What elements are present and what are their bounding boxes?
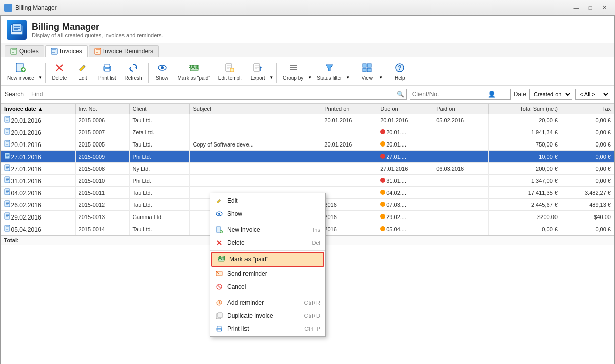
client-input-wrap: 👤 [410,89,511,100]
find-input[interactable] [31,91,397,98]
context-menu-item-send-reminder[interactable]: Send reminder [210,267,325,280]
printed-on: 20.01.2016 [321,114,377,126]
close-button[interactable]: ✕ [598,3,611,13]
status-filter-arrow[interactable]: ▼ [345,62,350,83]
svg-marker-29 [130,66,131,69]
context-menu-item-edit[interactable]: Edit [210,194,325,207]
new-invoice-arrow[interactable]: ▼ [38,62,43,83]
context-menu-item-add-reminder[interactable]: Add reminderCtrl+R [210,296,325,309]
row-icon [4,202,11,209]
tab-reminders[interactable]: Invoice Reminders [89,45,159,57]
new-invoice-button[interactable]: New invoice [4,59,38,83]
client: Tau Ltd. [129,138,190,151]
status-filter-button[interactable]: Status filter [313,59,345,83]
show-button[interactable]: Show [151,59,173,83]
app-title: Billing Manager [32,22,163,32]
view-arrow[interactable]: ▼ [378,62,383,83]
status-dot [380,190,385,195]
maximize-button[interactable]: □ [584,3,597,13]
svg-marker-48 [326,65,333,71]
help-button[interactable]: ? Help [389,59,411,83]
context-menu-item-print-list[interactable]: Print listCtrl+P [210,322,325,335]
inv-no: 2015-0009 [75,151,129,163]
group-by-arrow[interactable]: ▼ [307,62,312,83]
date-select[interactable]: Created on [529,89,572,100]
invoice-date: 20.01.2016 [11,141,41,149]
col-client[interactable]: Client [129,104,190,114]
tab-quotes[interactable]: Quotes [5,45,44,57]
context-menu-item-cancel[interactable]: Cancel [210,280,325,294]
printed-on: 2016 [321,223,377,236]
col-tax[interactable]: Tax [561,104,614,114]
find-icon[interactable]: 🔍 [397,91,404,98]
svg-rect-38 [230,68,234,72]
export-button[interactable]: Export [247,59,269,83]
export-arrow[interactable]: ▼ [269,62,274,83]
tax: 0,00 € [561,175,614,187]
ctx-label-new-invoice: New invoice [227,226,260,233]
row-icon [4,178,11,185]
ctx-icon-duplicate [215,312,223,320]
context-menu-item-delete[interactable]: DeleteDel [210,236,325,249]
search-label: Search [5,91,24,98]
paid-on [433,211,489,223]
context-menu-separator [210,295,325,295]
ctx-shortcut-duplicate: Ctrl+D [304,313,320,319]
client-input[interactable] [412,91,488,98]
refresh-button[interactable]: Refresh [120,59,145,83]
group-by-icon [287,62,299,74]
ctx-shortcut-delete: Del [312,240,320,246]
print-list-button[interactable]: Print list [95,59,120,83]
paid-on: 06.03.2016 [433,163,489,175]
due-on: 07.03.... [377,199,433,211]
printed-on: 20.01.2016 [321,138,377,151]
minimize-button[interactable]: — [570,3,583,13]
client: Tau Ltd. [129,223,190,236]
paid-on: 05.02.2016 [433,114,489,126]
client-search-icon[interactable]: 👤 [488,91,496,98]
edit-button[interactable]: Edit [72,59,94,83]
context-menu-item-mark-paid[interactable]: PAIDMark as "paid" [211,252,324,267]
refresh-icon [127,62,139,74]
view-label: View [362,75,373,81]
svg-text:?: ? [398,64,402,71]
client: Phi Ltd. [129,175,190,187]
col-total-sum[interactable]: Total Sum (net) [489,104,561,114]
col-subject[interactable]: Subject [190,104,321,114]
delete-button[interactable]: Delete [48,59,71,83]
tab-invoices[interactable]: Invoices [45,45,88,57]
context-menu-item-duplicate[interactable]: Duplicate invoiceCtrl+D [210,309,325,322]
col-inv-no[interactable]: Inv. No. [75,104,129,114]
filter-select[interactable]: < All > [575,89,610,100]
svg-point-27 [109,67,110,68]
status-dot [380,141,385,147]
edit-templ-button[interactable]: Edit templ. [215,59,245,83]
col-printed-on[interactable]: Printed on [321,104,377,114]
view-button[interactable]: View [356,59,378,83]
export-group: Export ▼ [247,59,274,83]
mark-paid-button[interactable]: PAID Mark as "paid" [174,59,214,83]
tax: $40.00 [561,211,614,223]
tax: 0,00 € [561,138,614,151]
table-row[interactable]: 27.01.20162015-0009Phi Ltd.27.01....10,0… [1,151,614,163]
help-icon: ? [394,62,406,74]
context-menu-item-new-invoice[interactable]: New invoiceIns [210,223,325,236]
svg-point-96 [218,213,220,215]
table-row[interactable]: 20.01.20162015-0005Tau Ltd.Copy of Softw… [1,138,614,151]
table-row[interactable]: 27.01.20162015-0008Ny Ltd.27.01.201606.0… [1,163,614,175]
table-row[interactable]: 20.01.20162015-0007Zeta Ltd.20.01....1.9… [1,126,614,138]
table-row[interactable]: 20.01.20162015-0006Tau Ltd.20.01.201620.… [1,114,614,126]
svg-rect-83 [5,201,10,207]
group-by-button[interactable]: Group by [279,59,307,83]
new-invoice-icon [15,62,27,74]
subject [190,175,321,187]
edit-label: Edit [78,75,87,81]
col-due-on[interactable]: Due on [377,104,433,114]
paid-on [433,223,489,236]
col-invoice-date[interactable]: Invoice date ▲ [1,104,76,114]
inv-no: 2015-0012 [75,199,129,211]
context-menu-item-show[interactable]: Show [210,207,325,221]
col-paid-on[interactable]: Paid on [433,104,489,114]
table-row[interactable]: 31.01.20162015-0010Phi Ltd.31.01....1.34… [1,175,614,187]
ctx-icon-cancel [215,283,223,291]
